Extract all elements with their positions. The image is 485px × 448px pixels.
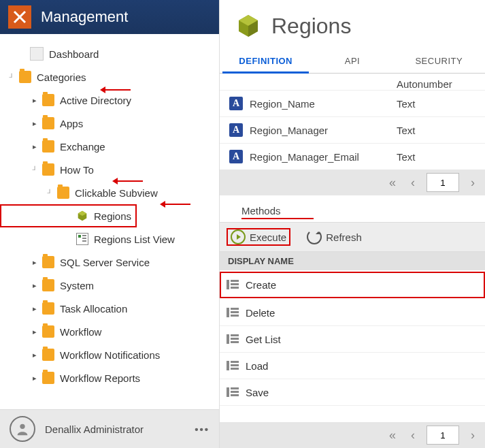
- tab-definition[interactable]: DEFINITION: [222, 49, 309, 74]
- collapse-icon: ┘: [7, 74, 16, 81]
- current-user: Denallix Administrator: [45, 423, 144, 435]
- field-row[interactable]: ARegion_Manager_EmailText: [220, 143, 485, 170]
- app-title: Management: [41, 8, 128, 26]
- play-icon: [231, 229, 246, 244]
- folder-icon: [42, 117, 54, 129]
- smartobject-icon: [76, 210, 88, 222]
- refresh-button[interactable]: Refresh: [303, 228, 366, 246]
- folder-icon: [42, 349, 54, 361]
- dashboard-icon: [30, 47, 44, 61]
- page-next-icon[interactable]: ›: [466, 176, 480, 190]
- more-button[interactable]: •••: [195, 423, 210, 435]
- tree-node-active-directory[interactable]: ▸Active Directory: [0, 89, 219, 112]
- annotation-arrow: [162, 204, 190, 205]
- tab-api[interactable]: API: [309, 49, 395, 73]
- tree-node-clickable-subview[interactable]: ┘Clickable Subview: [0, 181, 219, 204]
- avatar-icon[interactable]: [10, 416, 35, 442]
- smartobject-icon: [235, 12, 262, 39]
- tree-node-system[interactable]: ▸System: [0, 274, 219, 297]
- tree-node-workflow[interactable]: ▸Workflow: [0, 320, 219, 343]
- chevron-right-icon: ▸: [30, 142, 39, 151]
- methods-header: DISPLAY NAME: [220, 252, 485, 270]
- folder-icon: [42, 372, 54, 384]
- method-row-get-list[interactable]: Get List: [220, 326, 485, 353]
- tree-node-regions-list-view[interactable]: Regions List View: [0, 227, 219, 251]
- folder-icon: [42, 94, 54, 106]
- text-type-icon: A: [229, 123, 243, 137]
- field-row[interactable]: ARegion_NameText: [220, 90, 485, 116]
- sidebar-footer: Denallix Administrator •••: [0, 409, 219, 448]
- refresh-icon: [307, 229, 322, 244]
- chevron-right-icon: ▸: [30, 327, 39, 336]
- app-header: Management: [0, 0, 219, 34]
- chevron-right-icon: ▸: [30, 304, 39, 313]
- page-first-icon[interactable]: «: [386, 176, 399, 190]
- field-row[interactable]: ARegion_ManagerText: [220, 116, 485, 143]
- app-logo-icon: [8, 5, 31, 29]
- tab-security[interactable]: SECURITY: [396, 49, 482, 73]
- method-icon: [227, 387, 239, 397]
- page-next-icon[interactable]: ›: [466, 428, 480, 443]
- tree-node-sql-server-service[interactable]: ▸SQL Server Service: [0, 251, 219, 274]
- method-row-delete[interactable]: Delete: [220, 300, 485, 326]
- folder-icon: [42, 256, 54, 268]
- chevron-right-icon: ▸: [30, 351, 39, 359]
- folder-open-icon: [42, 163, 54, 176]
- page-input[interactable]: [427, 173, 459, 192]
- page-input[interactable]: [427, 426, 459, 445]
- tree-node-workflow-reports[interactable]: ▸Workflow Reports: [0, 366, 219, 389]
- methods-toolbar: Execute Refresh: [220, 222, 485, 252]
- chevron-right-icon: ▸: [30, 258, 39, 267]
- listview-icon: [76, 233, 88, 245]
- field-row[interactable]: AAutonumber: [220, 78, 485, 90]
- chevron-right-icon: ▸: [30, 96, 39, 105]
- annotation-arrow: [102, 89, 131, 91]
- method-icon: [227, 361, 239, 370]
- page-title: Regions: [271, 14, 351, 39]
- methods-section-label: Methods: [241, 205, 314, 219]
- chevron-right-icon: ▸: [30, 374, 39, 383]
- method-row-load[interactable]: Load: [220, 353, 485, 379]
- method-row-save[interactable]: Save: [220, 379, 485, 406]
- method-icon: [227, 308, 239, 317]
- methods-pager: « ‹ ›: [220, 422, 485, 448]
- tabs: DEFINITION API SECURITY: [220, 49, 485, 74]
- tree-node-task-allocation[interactable]: ▸Task Allocation: [0, 297, 219, 320]
- folder-icon: [42, 302, 54, 315]
- execute-button[interactable]: Execute: [227, 228, 290, 246]
- tree-node-regions[interactable]: Regions: [0, 204, 137, 227]
- tree-node-dashboard[interactable]: Dashboard: [0, 42, 219, 65]
- collapse-icon: ┘: [45, 189, 54, 197]
- tree-node-exchange[interactable]: ▸Exchange: [0, 135, 219, 158]
- text-type-icon: A: [229, 97, 243, 110]
- folder-icon: [42, 279, 54, 291]
- collapse-icon: ┘: [30, 166, 39, 174]
- method-icon: [227, 334, 239, 344]
- fields-pager: « ‹ ›: [220, 170, 485, 195]
- fields-grid: AAutonumber ARegion_NameText ARegion_Man…: [220, 74, 485, 195]
- text-type-icon: A: [229, 150, 243, 163]
- svg-point-0: [20, 424, 24, 429]
- folder-icon: [42, 140, 54, 153]
- main-panel: Regions DEFINITION API SECURITY AAutonum…: [220, 0, 485, 448]
- page-header: Regions: [220, 0, 485, 45]
- page-first-icon[interactable]: «: [386, 428, 399, 443]
- tree-node-apps[interactable]: ▸Apps: [0, 112, 219, 135]
- page-prev-icon[interactable]: ‹: [406, 176, 420, 190]
- method-icon: [227, 280, 239, 289]
- folder-icon: [42, 325, 54, 338]
- folder-open-icon: [19, 71, 31, 83]
- chevron-right-icon: ▸: [30, 281, 39, 290]
- method-row-create[interactable]: Create: [220, 272, 485, 298]
- annotation-arrow: [114, 180, 143, 182]
- folder-open-icon: [57, 187, 69, 199]
- tree-node-categories[interactable]: ┘ Categories: [0, 65, 219, 89]
- chevron-right-icon: ▸: [30, 119, 39, 128]
- tree-node-workflow-notifications[interactable]: ▸Workflow Notifications: [0, 343, 219, 366]
- sidebar: Management Dashboard ┘ Categories ▸Activ…: [0, 0, 220, 448]
- page-prev-icon[interactable]: ‹: [406, 428, 420, 443]
